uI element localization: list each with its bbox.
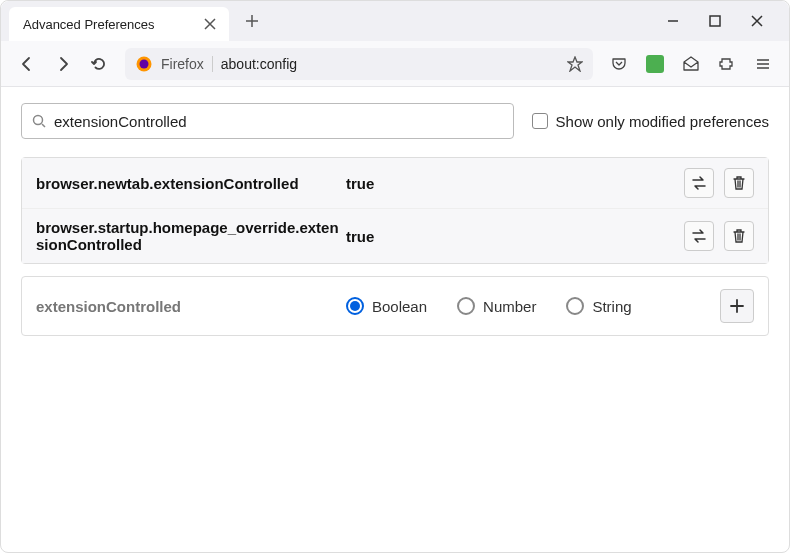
add-preference-button[interactable] — [720, 289, 754, 323]
firefox-logo-icon — [135, 55, 153, 73]
show-modified-checkbox[interactable]: Show only modified preferences — [532, 113, 769, 130]
window-controls — [649, 9, 781, 33]
account-icon[interactable] — [675, 48, 707, 80]
delete-button[interactable] — [724, 221, 754, 251]
radio-string[interactable]: String — [566, 297, 631, 315]
radio-icon — [457, 297, 475, 315]
search-box[interactable] — [21, 103, 514, 139]
radio-icon — [346, 297, 364, 315]
search-row: Show only modified preferences — [21, 103, 769, 139]
new-tab-button[interactable] — [237, 6, 267, 36]
toggle-button[interactable] — [684, 221, 714, 251]
radio-boolean[interactable]: Boolean — [346, 297, 427, 315]
bookmark-star-icon[interactable] — [567, 56, 583, 72]
url-bar[interactable]: Firefox about:config — [125, 48, 593, 80]
close-tab-icon[interactable] — [201, 15, 219, 33]
pocket-icon[interactable] — [603, 48, 635, 80]
tab-title: Advanced Preferences — [23, 17, 201, 32]
radio-label: String — [592, 298, 631, 315]
url-identity: Firefox — [161, 56, 213, 72]
maximize-button[interactable] — [703, 9, 727, 33]
search-icon — [32, 114, 46, 128]
menu-button[interactable] — [747, 48, 779, 80]
checkbox-icon — [532, 113, 548, 129]
minimize-button[interactable] — [661, 9, 685, 33]
toggle-button[interactable] — [684, 168, 714, 198]
content-area: Show only modified preferences browser.n… — [1, 87, 789, 352]
toolbar: Firefox about:config — [1, 41, 789, 87]
extensions-icon[interactable] — [711, 48, 743, 80]
svg-rect-0 — [710, 16, 720, 26]
delete-button[interactable] — [724, 168, 754, 198]
checkbox-label: Show only modified preferences — [556, 113, 769, 130]
preference-value: true — [346, 175, 684, 192]
search-input[interactable] — [54, 113, 503, 130]
type-radio-group: Boolean Number String — [346, 297, 720, 315]
radio-icon — [566, 297, 584, 315]
forward-button[interactable] — [47, 48, 79, 80]
radio-label: Number — [483, 298, 536, 315]
new-preference-row: extensionControlled Boolean Number Strin… — [21, 276, 769, 336]
radio-label: Boolean — [372, 298, 427, 315]
extension-icon[interactable] — [639, 48, 671, 80]
preference-row: browser.startup.homepage_override.extens… — [22, 209, 768, 263]
back-button[interactable] — [11, 48, 43, 80]
new-preference-name: extensionControlled — [36, 298, 346, 315]
preference-row: browser.newtab.extensionControlled true — [22, 158, 768, 209]
close-window-button[interactable] — [745, 9, 769, 33]
reload-button[interactable] — [83, 48, 115, 80]
preference-name: browser.startup.homepage_override.extens… — [36, 219, 346, 253]
preference-name: browser.newtab.extensionControlled — [36, 175, 346, 192]
tab-bar: Advanced Preferences — [1, 1, 789, 41]
preferences-table: browser.newtab.extensionControlled true … — [21, 157, 769, 264]
url-text: about:config — [221, 56, 559, 72]
preference-value: true — [346, 228, 684, 245]
svg-point-2 — [140, 59, 149, 68]
radio-number[interactable]: Number — [457, 297, 536, 315]
svg-point-3 — [34, 116, 43, 125]
browser-tab[interactable]: Advanced Preferences — [9, 7, 229, 41]
